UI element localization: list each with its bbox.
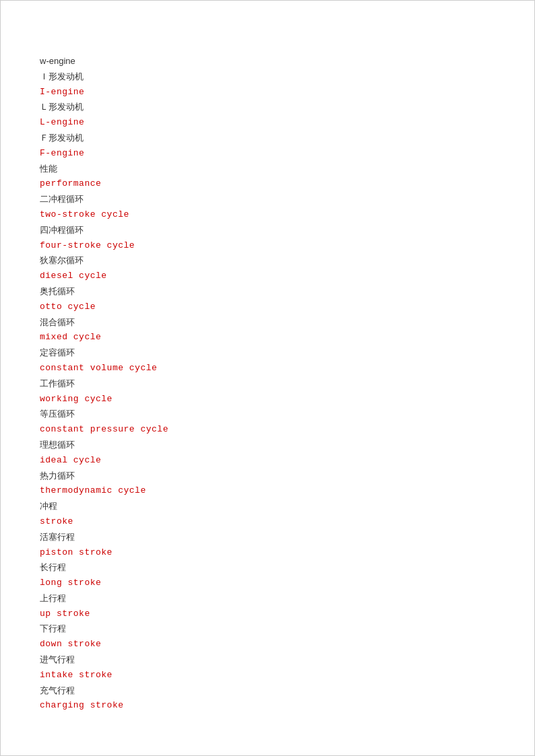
entry: Ｌ形发动机 — [40, 100, 495, 114]
english-term: long stroke — [40, 576, 495, 590]
entry: 性能 — [40, 162, 495, 176]
chinese-term: 热力循环 — [40, 469, 495, 483]
entry: piston stroke — [40, 546, 495, 560]
entry: stroke — [40, 515, 495, 529]
entry: 混合循环 — [40, 316, 495, 330]
chinese-term: 长行程 — [40, 561, 495, 575]
chinese-term: Ｌ形发动机 — [40, 100, 495, 114]
entry: 二冲程循环 — [40, 193, 495, 207]
chinese-term: 四冲程循环 — [40, 224, 495, 238]
entry: 下行程 — [40, 622, 495, 636]
entry: intake stroke — [40, 668, 495, 683]
entry: 长行程 — [40, 561, 495, 575]
english-term: F-engine — [40, 147, 495, 161]
entry: charging stroke — [40, 699, 495, 713]
entry: 充气行程 — [40, 684, 495, 698]
entry: 四冲程循环 — [40, 224, 495, 238]
chinese-term: 进气行程 — [40, 653, 495, 667]
entry: F-engine — [40, 147, 495, 161]
entry: 奥托循环 — [40, 285, 495, 299]
chinese-term: Ｆ形发动机 — [40, 131, 495, 145]
chinese-term: 上行程 — [40, 592, 495, 606]
english-term: otto cycle — [40, 300, 495, 314]
chinese-term: 下行程 — [40, 622, 495, 636]
entry: constant volume cycle — [40, 362, 495, 376]
entry: long stroke — [40, 576, 495, 590]
chinese-term: 定容循环 — [40, 346, 495, 360]
entry: 狄塞尔循环 — [40, 254, 495, 268]
english-term: two-stroke cycle — [40, 208, 495, 222]
entry: working cycle — [40, 392, 495, 407]
chinese-term: 狄塞尔循环 — [40, 254, 495, 268]
entry: Ｉ形发动机 — [40, 70, 495, 84]
entry: up stroke — [40, 607, 495, 621]
english-term: four-stroke cycle — [40, 239, 495, 253]
entry: four-stroke cycle — [40, 239, 495, 253]
entry: w-engine — [40, 55, 495, 69]
english-term: piston stroke — [40, 546, 495, 560]
entry: 工作循环 — [40, 377, 495, 391]
english-term: performance — [40, 177, 495, 191]
entry: 热力循环 — [40, 469, 495, 483]
entry: 理想循环 — [40, 438, 495, 452]
english-term: L-engine — [40, 116, 495, 130]
chinese-term: 混合循环 — [40, 316, 495, 330]
entry: otto cycle — [40, 300, 495, 314]
english-term: up stroke — [40, 607, 495, 621]
english-term: ideal cycle — [40, 454, 495, 468]
english-term: stroke — [40, 515, 495, 529]
entry: Ｆ形发动机 — [40, 131, 495, 145]
entry: 等压循环 — [40, 407, 495, 421]
chinese-term: 充气行程 — [40, 684, 495, 698]
chinese-term: 活塞行程 — [40, 530, 495, 545]
entry: L-engine — [40, 116, 495, 130]
entries-list: w-engineＩ形发动机I-engineＬ形发动机L-engineＦ形发动机F… — [40, 55, 495, 713]
english-term: mixed cycle — [40, 331, 495, 345]
entry: constant pressure cycle — [40, 423, 495, 437]
entry: performance — [40, 177, 495, 191]
chinese-term: 等压循环 — [40, 407, 495, 421]
chinese-term: 二冲程循环 — [40, 193, 495, 207]
entry: thermodynamic cycle — [40, 484, 495, 498]
entry: mixed cycle — [40, 331, 495, 345]
english-term: working cycle — [40, 392, 495, 407]
entry: 上行程 — [40, 592, 495, 606]
entry: I-engine — [40, 85, 495, 100]
page-container: w-engineＩ形发动机I-engineＬ形发动机L-engineＦ形发动机F… — [0, 0, 535, 756]
chinese-term: Ｉ形发动机 — [40, 70, 495, 84]
english-term: constant pressure cycle — [40, 423, 495, 437]
entry: diesel cycle — [40, 269, 495, 283]
english-term: constant volume cycle — [40, 362, 495, 376]
entry: 冲程 — [40, 500, 495, 514]
english-term: diesel cycle — [40, 269, 495, 283]
chinese-term: 工作循环 — [40, 377, 495, 391]
entry: two-stroke cycle — [40, 208, 495, 222]
chinese-term: 冲程 — [40, 500, 495, 514]
entry: ideal cycle — [40, 454, 495, 468]
chinese-term: 性能 — [40, 162, 495, 176]
english-term: intake stroke — [40, 668, 495, 683]
english-term: charging stroke — [40, 699, 495, 713]
chinese-term: w-engine — [40, 55, 495, 69]
english-term: thermodynamic cycle — [40, 484, 495, 498]
entry: 活塞行程 — [40, 530, 495, 545]
english-term: I-engine — [40, 85, 495, 100]
chinese-term: 理想循环 — [40, 438, 495, 452]
chinese-term: 奥托循环 — [40, 285, 495, 299]
entry: down stroke — [40, 638, 495, 652]
entry: 进气行程 — [40, 653, 495, 667]
english-term: down stroke — [40, 638, 495, 652]
entry: 定容循环 — [40, 346, 495, 360]
